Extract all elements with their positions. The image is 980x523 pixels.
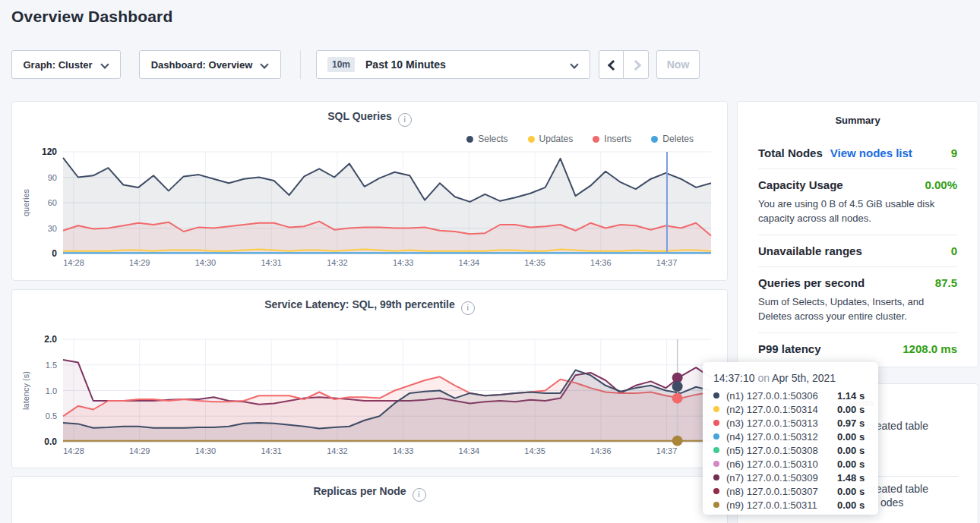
series-dot bbox=[713, 447, 719, 453]
svg-text:14:28: 14:28 bbox=[63, 446, 84, 455]
tooltip-row: (n1) 127.0.0.1:503061.14 s bbox=[713, 389, 868, 402]
summary-row-total-nodes: Total Nodes View nodes list 9 bbox=[758, 137, 957, 169]
svg-text:60: 60 bbox=[48, 198, 57, 207]
time-range-picker[interactable]: 10m Past 10 Minutes bbox=[316, 50, 590, 79]
series-dot bbox=[713, 406, 719, 412]
event-item[interactable]: odes bbox=[880, 496, 903, 509]
svg-text:2.0: 2.0 bbox=[44, 334, 57, 345]
summary-row-qps: Queries per second 87.5 Sum of Selects, … bbox=[758, 267, 957, 333]
svg-text:14:35: 14:35 bbox=[524, 446, 545, 455]
svg-text:14:29: 14:29 bbox=[129, 446, 150, 455]
now-button[interactable]: Now bbox=[656, 50, 700, 79]
svg-text:90: 90 bbox=[48, 173, 57, 182]
svg-text:14:32: 14:32 bbox=[327, 446, 348, 455]
p99-label: P99 latency bbox=[758, 342, 821, 355]
page-title: Overview Dashboard bbox=[11, 8, 173, 26]
chevron-down-icon bbox=[570, 61, 579, 68]
svg-text:14:34: 14:34 bbox=[459, 446, 480, 455]
summary-row-p99: P99 latency 1208.0 ms bbox=[758, 333, 957, 364]
tooltip-row: (n6) 127.0.0.1:503100.00 s bbox=[713, 457, 868, 471]
tooltip-row: (n9) 127.0.0.1:503110.00 s bbox=[713, 498, 868, 512]
graph-dropdown[interactable]: Graph: Cluster bbox=[11, 50, 121, 79]
svg-text:14:32: 14:32 bbox=[327, 258, 348, 267]
chevron-down-icon bbox=[100, 61, 109, 68]
tooltip-row: (n7) 127.0.0.1:503091.48 s bbox=[713, 471, 868, 484]
svg-text:14:37: 14:37 bbox=[656, 446, 678, 455]
svg-text:0: 0 bbox=[52, 248, 57, 259]
chevron-left-icon bbox=[607, 60, 616, 69]
svg-text:14:37: 14:37 bbox=[656, 258, 678, 267]
tooltip-row: (n4) 127.0.0.1:503120.00 s bbox=[713, 430, 868, 443]
svg-text:queries: queries bbox=[21, 188, 30, 216]
qps-desc: Sum of Selects, Updates, Inserts, and De… bbox=[758, 295, 957, 323]
sql-queries-card: SQL Queries Selects Updates Inserts Dele… bbox=[11, 101, 728, 281]
series-dot bbox=[713, 502, 719, 508]
svg-text:14:36: 14:36 bbox=[590, 446, 612, 455]
capacity-label: Capacity Usage bbox=[758, 178, 843, 191]
summary-row-unavailable: Unavailable ranges 0 bbox=[758, 235, 957, 267]
svg-text:14:30: 14:30 bbox=[195, 446, 217, 455]
tooltip-row: (n2) 127.0.0.1:503140.00 s bbox=[713, 402, 868, 416]
svg-text:14:28: 14:28 bbox=[63, 258, 84, 267]
overview-dashboard-page: Overview Dashboard Graph: Cluster Dashbo… bbox=[0, 0, 980, 523]
svg-text:14:34: 14:34 bbox=[459, 258, 480, 267]
summary-heading: Summary bbox=[758, 102, 957, 126]
service-latency-chart[interactable]: 14:2814:2914:3014:3114:3214:3314:3414:35… bbox=[12, 290, 729, 469]
time-range-badge: 10m bbox=[327, 57, 355, 72]
svg-text:30: 30 bbox=[48, 224, 57, 233]
view-nodes-list-link[interactable]: View nodes list bbox=[830, 147, 912, 159]
series-dot bbox=[713, 488, 719, 494]
chart-title: Replicas per Node bbox=[12, 485, 727, 502]
svg-text:0.0: 0.0 bbox=[44, 436, 57, 447]
qps-label: Queries per second bbox=[758, 276, 865, 289]
unavailable-value: 0 bbox=[951, 244, 957, 257]
total-nodes-value: 9 bbox=[951, 147, 957, 159]
series-dot bbox=[713, 474, 719, 480]
svg-text:0.5: 0.5 bbox=[46, 411, 57, 421]
unavailable-label: Unavailable ranges bbox=[758, 244, 862, 257]
svg-text:1.0: 1.0 bbox=[46, 386, 57, 395]
svg-text:120: 120 bbox=[42, 147, 57, 157]
graph-dropdown-label: Graph: Cluster bbox=[23, 59, 92, 71]
series-dot bbox=[713, 433, 719, 440]
series-dot bbox=[713, 420, 719, 426]
tooltip-row: (n8) 127.0.0.1:503070.00 s bbox=[713, 484, 868, 498]
svg-text:14:31: 14:31 bbox=[261, 446, 282, 455]
svg-text:14:29: 14:29 bbox=[129, 258, 150, 267]
chevron-right-icon bbox=[631, 60, 640, 69]
time-range-label: Past 10 Minutes bbox=[365, 58, 446, 71]
summary-panel: Summary Total Nodes View nodes list 9 Ca… bbox=[737, 101, 978, 367]
dashboard-dropdown[interactable]: Dashboard: Overview bbox=[139, 50, 281, 79]
tooltip-row: (n3) 127.0.0.1:503130.97 s bbox=[713, 416, 868, 430]
tooltip-row: (n5) 127.0.0.1:503080.00 s bbox=[713, 443, 868, 457]
info-icon[interactable] bbox=[413, 488, 426, 502]
svg-text:14:33: 14:33 bbox=[393, 446, 414, 455]
capacity-value: 0.00% bbox=[925, 178, 957, 191]
summary-row-capacity: Capacity Usage 0.00% You are using 0 B o… bbox=[758, 169, 957, 235]
total-nodes-label: Total Nodes bbox=[758, 147, 823, 159]
p99-value: 1208.0 ms bbox=[903, 342, 957, 355]
chart-hover-tooltip: 14:37:10 on Apr 5th, 2021 (n1) 127.0.0.1… bbox=[703, 362, 878, 515]
time-next-button-disabled[interactable] bbox=[623, 50, 649, 79]
svg-text:14:31: 14:31 bbox=[261, 258, 282, 267]
svg-text:1.5: 1.5 bbox=[46, 361, 57, 370]
tooltip-timestamp: 14:37:10 on Apr 5th, 2021 bbox=[713, 372, 868, 384]
service-latency-card: Service Latency: SQL, 99th percentile 14… bbox=[11, 289, 728, 468]
svg-text:14:30: 14:30 bbox=[195, 258, 217, 267]
svg-text:14:33: 14:33 bbox=[393, 258, 414, 267]
summary-body: Total Nodes View nodes list 9 Capacity U… bbox=[758, 137, 957, 364]
series-dot bbox=[713, 461, 719, 467]
svg-text:14:36: 14:36 bbox=[590, 258, 612, 267]
dashboard-dropdown-label: Dashboard: Overview bbox=[151, 59, 253, 71]
series-dot bbox=[713, 392, 719, 399]
replicas-per-node-card: Replicas per Node bbox=[11, 476, 728, 523]
svg-text:14:35: 14:35 bbox=[524, 258, 545, 267]
qps-value: 87.5 bbox=[935, 276, 957, 289]
time-prev-button[interactable] bbox=[599, 50, 624, 79]
sql-queries-chart[interactable]: 14:2814:2914:3014:3114:3214:3314:3414:35… bbox=[12, 102, 729, 282]
toolbar-divider bbox=[300, 50, 301, 79]
chevron-down-icon bbox=[260, 61, 269, 68]
capacity-desc: You are using 0 B of 4.5 GiB usable disk… bbox=[758, 197, 957, 225]
svg-text:latency (s): latency (s) bbox=[21, 371, 30, 410]
